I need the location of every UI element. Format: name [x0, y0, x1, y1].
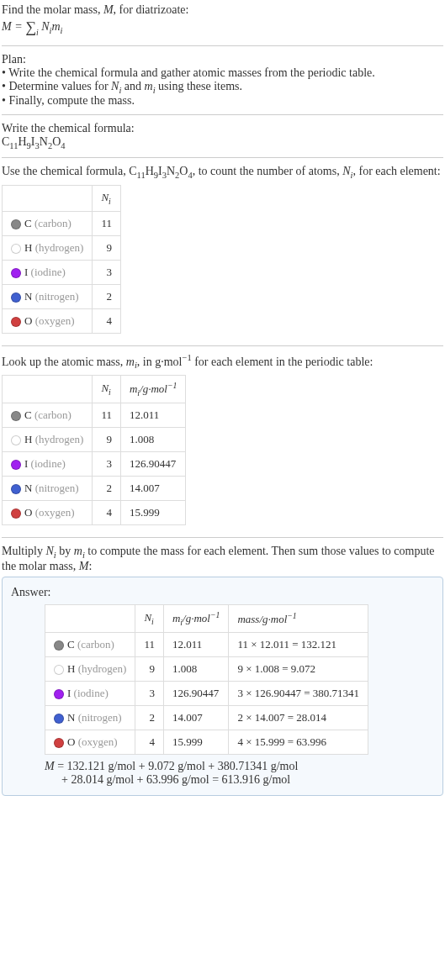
element-cell: I (iodine) [3, 260, 93, 284]
m-cell: 1.008 [120, 427, 185, 451]
lookup-a: Look up the atomic mass, [2, 355, 126, 367]
element-cell: C (carbon) [3, 403, 93, 427]
element-symbol: N [24, 482, 32, 494]
table-row: N (nitrogen)214.007 [3, 476, 186, 500]
Ni-header: Ni [93, 185, 121, 211]
mult-d: : [88, 560, 92, 572]
mult-M: M [79, 560, 89, 572]
element-cell: C (carbon) [45, 632, 135, 656]
n-cell: 4 [93, 500, 121, 524]
element-swatch [54, 714, 64, 724]
plan-bullet-2: • Determine values for Ni and mi using t… [2, 80, 443, 95]
element-swatch [11, 508, 21, 519]
element-swatch [11, 435, 21, 445]
intro-text-b: , for diatrizoate: [114, 3, 189, 16]
plan-b2-b: and [121, 80, 144, 92]
element-cell: H (hydrogen) [45, 656, 135, 681]
table-row: O (oxygen)4 [3, 308, 121, 333]
cf-N: N [40, 135, 48, 148]
lookup-c: for each element in the periodic table: [192, 355, 373, 367]
element-symbol: N [24, 290, 32, 303]
cf-O: O [52, 135, 61, 148]
formula-m-sub: i [61, 26, 63, 35]
count-section: Use the chemical formula, C11H9I3N2O4, t… [2, 158, 443, 345]
element-symbol: H [24, 241, 32, 254]
element-swatch [54, 665, 64, 675]
count-Ni-N: N [342, 165, 350, 177]
element-swatch [11, 268, 21, 278]
element-swatch [54, 689, 64, 699]
m-cell: 126.90447 [163, 681, 228, 705]
answer-table: Ni mi/g·mol−1 mass/g·mol−1 C (carbon)111… [45, 604, 368, 755]
element-name: (carbon) [34, 217, 72, 229]
element-cell: H (hydrogen) [3, 235, 93, 260]
element-swatch [54, 640, 64, 651]
sum-symbol: ∑ [25, 18, 36, 35]
multiply-text: Multiply Ni by mi to compute the mass fo… [2, 545, 443, 573]
element-symbol: H [67, 662, 75, 675]
element-cell: O (oxygen) [45, 730, 135, 754]
m-cell: 126.90447 [120, 451, 185, 476]
element-cell: N (nitrogen) [45, 705, 135, 730]
element-symbol: I [67, 687, 71, 699]
final-eq: = 132.121 g/mol + 9.072 g/mol + 380.7134… [55, 760, 299, 772]
table-row: O (oxygen)415.9994 × 15.999 = 63.996 [45, 730, 368, 754]
plan-section: Plan: • Write the chemical formula and g… [2, 46, 443, 116]
lookup-text: Look up the atomic mass, mi, in g·mol−1 … [2, 353, 443, 370]
final-M: M [45, 760, 55, 772]
n-cell: 2 [93, 476, 121, 500]
final-answer-line1: M = 132.121 g/mol + 9.072 g/mol + 380.71… [45, 760, 434, 773]
element-swatch [11, 411, 21, 421]
n-cell: 11 [135, 632, 164, 656]
element-symbol: O [24, 314, 32, 327]
mult-mi-m: m [74, 545, 82, 557]
element-swatch [11, 460, 21, 470]
n-cell: 3 [93, 260, 121, 284]
multiply-section: Multiply Ni by mi to compute the mass fo… [2, 538, 443, 803]
table-row: I (iodine)3126.90447 [3, 451, 186, 476]
element-cell: O (oxygen) [3, 500, 93, 524]
plan-b2-a: • Determine values for [2, 80, 111, 92]
blank-header [3, 185, 93, 211]
formula-M: M [2, 20, 12, 33]
plan-bullet-3: • Finally, compute the mass. [2, 94, 443, 108]
element-cell: C (carbon) [3, 211, 93, 235]
n-cell: 3 [135, 681, 164, 705]
element-symbol: C [24, 408, 32, 421]
n-cell: 11 [93, 211, 121, 235]
element-symbol: C [67, 638, 75, 651]
table-row: N (nitrogen)214.0072 × 14.007 = 28.014 [45, 705, 368, 730]
element-name: (carbon) [34, 408, 72, 421]
element-name: (nitrogen) [35, 482, 79, 494]
table-row: I (iodine)3126.904473 × 126.90447 = 380.… [45, 681, 368, 705]
table-row: H (hydrogen)9 [3, 235, 121, 260]
table-row: H (hydrogen)91.008 [3, 427, 186, 451]
count-b: , to count the number of atoms, [193, 165, 342, 177]
formula-N: N [41, 20, 49, 33]
element-cell: I (iodine) [3, 451, 93, 476]
n-cell: 2 [135, 705, 164, 730]
plan-bullet-1: • Write the chemical formula and gather … [2, 66, 443, 80]
plan-mi-m: m [145, 80, 153, 92]
intro-M: M [103, 3, 114, 16]
element-name: (hydrogen) [35, 241, 84, 254]
m-cell: 15.999 [163, 730, 228, 754]
intro-text-a: Find the molar mass, [2, 3, 103, 16]
table-row: C (carbon)1112.01111 × 12.011 = 132.121 [45, 632, 368, 656]
lookup-b: , in g·mol [137, 355, 183, 367]
m-cell: 12.011 [120, 403, 185, 427]
element-name: (carbon) [77, 638, 114, 651]
n-cell: 9 [93, 235, 121, 260]
element-swatch [11, 219, 21, 229]
table-row: C (carbon)11 [3, 211, 121, 235]
count-c: , for each element: [352, 165, 440, 177]
element-cell: I (iodine) [45, 681, 135, 705]
answer-box: Answer: Ni mi/g·mol−1 mass/g·mol−1 C (ca… [2, 577, 443, 796]
element-name: (oxygen) [78, 735, 118, 748]
table-row: O (oxygen)415.999 [3, 500, 186, 524]
molar-mass-formula: M = ∑i Nimi [2, 18, 443, 37]
mass-cell: 11 × 12.011 = 132.121 [229, 632, 368, 656]
table-header-row: Ni mi/g·mol−1 mass/g·mol−1 [45, 604, 368, 632]
mult-a: Multiply [2, 545, 46, 557]
m-cell: 15.999 [120, 500, 185, 524]
